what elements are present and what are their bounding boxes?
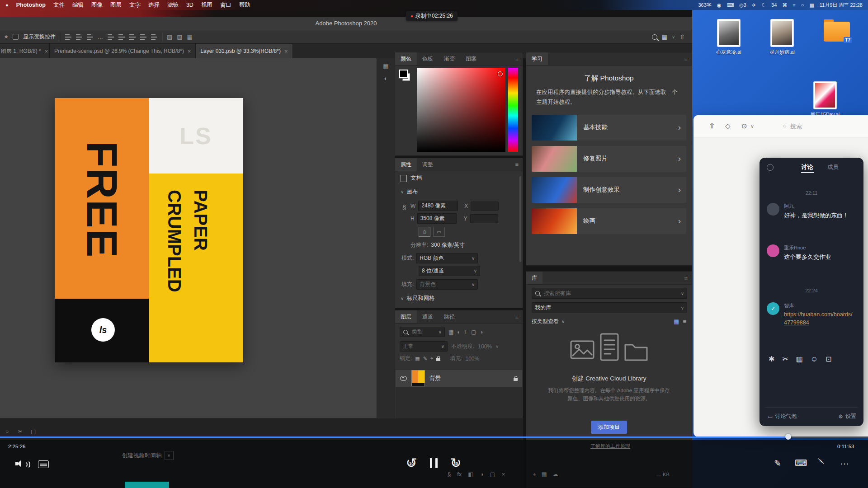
annotate-pencil-icon[interactable]: ✎: [774, 458, 781, 469]
lock-pixels-icon[interactable]: ✎: [423, 356, 427, 361]
landscape-orientation-button[interactable]: ▭: [433, 227, 445, 237]
doc-tab-3[interactable]: Layer 031.psb @ 33.3%(RGB/8*) ×: [196, 44, 292, 58]
tag-icon[interactable]: ◇: [725, 122, 731, 130]
finder-search-label[interactable]: 搜索: [790, 122, 802, 131]
keyboard-status-icon[interactable]: ⌨: [726, 2, 734, 8]
tab-layers[interactable]: 图层: [395, 310, 417, 323]
library-grid-icon[interactable]: ▦: [542, 471, 547, 478]
lock-all-icon[interactable]: [436, 358, 440, 361]
close-icon[interactable]: ×: [45, 48, 48, 55]
filter-shape-icon[interactable]: ▢: [471, 329, 476, 335]
status-icon[interactable]: ≡: [793, 2, 795, 8]
menu-window[interactable]: 窗口: [220, 1, 231, 9]
learn-item-paint[interactable]: 绘画 ›: [532, 208, 686, 234]
timeline-frames-icon[interactable]: ▢: [31, 428, 36, 435]
layer-mask-icon[interactable]: ◧: [468, 471, 473, 478]
ps-canvas[interactable]: FREE LS PAPER CRUMPLED ls 像素 (300 ppi) ): [0, 58, 377, 418]
tab-swatches[interactable]: 色板: [417, 52, 439, 65]
status-icon[interactable]: ◎3: [739, 2, 746, 8]
menu-app-name[interactable]: Photoshop: [16, 2, 46, 8]
my-library-dropdown[interactable]: 我的库 ∨: [532, 302, 687, 313]
avatar[interactable]: [767, 244, 779, 257]
fill-value[interactable]: 100%: [466, 356, 480, 362]
menu-view[interactable]: 视图: [201, 1, 212, 9]
history-panel-icon[interactable]: ◐: [384, 75, 388, 82]
x-field[interactable]: [471, 202, 499, 211]
clip-scissors-icon[interactable]: ✂: [782, 355, 788, 363]
distribute-middle-icon[interactable]: [118, 34, 125, 40]
tab-gradients[interactable]: 渐变: [439, 52, 460, 65]
delete-layer-icon[interactable]: ×: [502, 471, 505, 478]
status-icon[interactable]: ◉: [717, 2, 722, 8]
layer-thumbnail[interactable]: [411, 370, 425, 386]
close-icon[interactable]: ×: [284, 48, 288, 55]
sticker-icon[interactable]: ✱: [769, 355, 774, 363]
layer-visibility-icon[interactable]: [400, 376, 407, 381]
avatar[interactable]: ✓: [767, 302, 779, 315]
keyboard-icon[interactable]: ⌨: [795, 458, 807, 468]
status-icon[interactable]: ⌘: [782, 2, 787, 8]
volume-icon[interactable]: [15, 460, 26, 468]
mode-dropdown[interactable]: RGB 颜色 ∨: [416, 253, 478, 263]
height-field[interactable]: 3508 像素: [417, 213, 457, 224]
learn-item-effects[interactable]: 制作创意效果 ›: [532, 177, 686, 203]
more-options-icon[interactable]: …: [98, 34, 103, 40]
tab-properties[interactable]: 属性: [395, 158, 417, 171]
list-view-icon[interactable]: ≡: [683, 318, 686, 325]
lock-position-icon[interactable]: ⌖: [430, 356, 433, 361]
lock-transparent-icon[interactable]: ▦: [415, 356, 420, 361]
portrait-orientation-button[interactable]: ▯: [419, 227, 430, 237]
rewind-10-button[interactable]: ↺ 10: [404, 455, 419, 471]
opacity-value[interactable]: 100%: [478, 343, 492, 350]
distribute-v-icon[interactable]: [151, 34, 157, 40]
image-icon[interactable]: ▦: [796, 355, 803, 363]
status-count[interactable]: 34: [771, 2, 777, 8]
desktop-folder[interactable]: T7: [824, 22, 850, 42]
status-icon[interactable]: ✈: [752, 2, 756, 8]
desktop-file-1[interactable]: 心灰意冷.ai: [712, 19, 745, 56]
menu-layer[interactable]: 图层: [110, 1, 122, 9]
filter-smart-icon[interactable]: ◑: [480, 329, 483, 335]
timeline-playhead-icon[interactable]: ○: [5, 428, 9, 435]
blend-mode-dropdown[interactable]: 正常 ∨: [400, 341, 448, 352]
timeline-scissors-icon[interactable]: ✂: [18, 428, 23, 435]
workspace-layout-icon[interactable]: ▦: [662, 33, 667, 40]
library-add-icon[interactable]: +: [533, 471, 536, 478]
distribute-bottom-icon[interactable]: [129, 34, 136, 40]
link-dimensions-icon[interactable]: §: [402, 203, 406, 211]
action-icon[interactable]: ⊙: [741, 122, 747, 130]
word-count-status[interactable]: 363字: [698, 2, 711, 9]
align-left-icon[interactable]: [65, 34, 71, 40]
exit-fullscreen-icon[interactable]: ↘↖: [817, 456, 826, 463]
saturation-brightness-field[interactable]: [417, 68, 505, 152]
share-icon[interactable]: ⇧: [679, 33, 685, 41]
y-field[interactable]: [470, 214, 498, 223]
width-field[interactable]: 2480 像素: [418, 201, 458, 211]
screenshot-icon[interactable]: ⊡: [826, 355, 831, 363]
library-search-input[interactable]: 搜索所有库 ∨: [532, 288, 687, 299]
layer-name[interactable]: 背景: [429, 375, 441, 382]
chevron-down-icon[interactable]: ∨: [401, 296, 404, 301]
chat-link-line2[interactable]: 47799884: [784, 319, 809, 326]
menubar-clock[interactable]: 11月9日 周三 22:28: [820, 2, 863, 9]
chat-tab-discussion[interactable]: 讨论: [801, 163, 813, 171]
show-transform-checkbox[interactable]: [13, 34, 19, 40]
view-by-type[interactable]: 按类型查看: [532, 318, 559, 325]
adjustment-layer-icon[interactable]: ◑: [480, 471, 484, 478]
doc-tab-1[interactable]: 图层 1, RGB/8) * ×: [0, 44, 50, 58]
menu-3d[interactable]: 3D: [186, 2, 193, 8]
menu-select[interactable]: 选择: [148, 1, 160, 9]
panel-menu-icon[interactable]: ≡: [511, 158, 523, 171]
chevron-down-icon[interactable]: ∨: [165, 451, 174, 460]
tab-adjustments[interactable]: 调整: [417, 158, 439, 171]
subtitles-icon[interactable]: [38, 460, 49, 468]
tab-learn[interactable]: 学习: [526, 52, 548, 65]
library-learn-link[interactable]: 了解库的工作原理: [561, 443, 660, 450]
panel-menu-icon[interactable]: ≡: [511, 310, 523, 323]
chat-link-line1[interactable]: https://huaban.com/boards/: [784, 311, 852, 318]
layer-row-background[interactable]: 背景: [396, 369, 522, 387]
chevron-down-icon[interactable]: ∨: [750, 123, 754, 129]
menu-file[interactable]: 文件: [53, 1, 65, 9]
forward-30-button[interactable]: ↻ 30: [448, 455, 463, 471]
zoom-search-icon[interactable]: [652, 34, 657, 40]
